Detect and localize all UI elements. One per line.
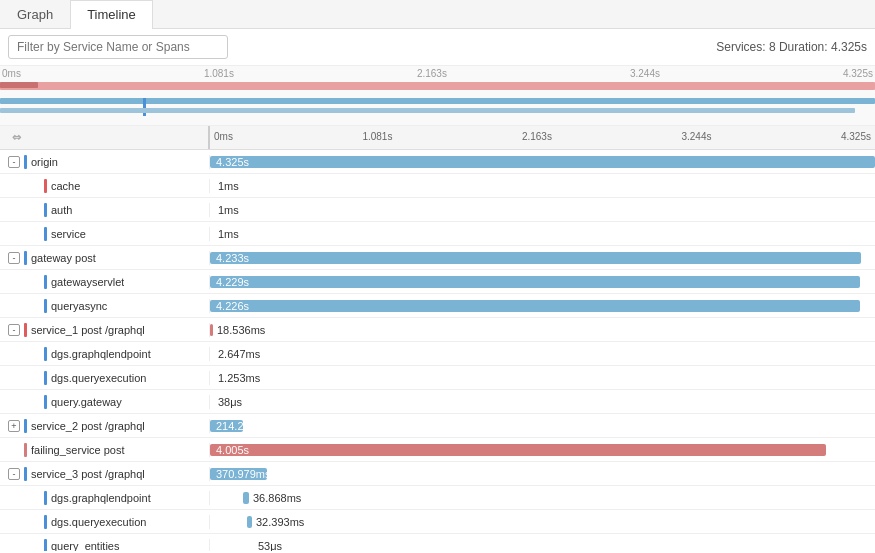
- service-cell: -gateway post: [0, 251, 210, 265]
- table-row: dgs.queryexecution1.253ms: [0, 366, 875, 390]
- svg-rect-4: [0, 82, 38, 88]
- service-cell: dgs.queryexecution: [0, 371, 210, 385]
- timeline-bar: 32.393ms: [247, 516, 252, 528]
- duration-label-inside: 4.325s: [216, 156, 249, 168]
- expand-button[interactable]: -: [8, 156, 20, 168]
- timeline-cell: 214.293ms: [210, 414, 875, 437]
- service-cell: queryasync: [0, 299, 210, 313]
- service-name: query.gateway: [51, 396, 122, 408]
- service-name: queryasync: [51, 300, 107, 312]
- service-name: query_entities: [51, 540, 120, 552]
- table-row: auth1ms: [0, 198, 875, 222]
- service-cell: auth: [0, 203, 210, 217]
- service-cell: query_entities: [0, 539, 210, 552]
- duration-label: 53μs: [258, 540, 282, 552]
- service-name: dgs.queryexecution: [51, 516, 146, 528]
- timeline-cell: 370.979ms: [210, 462, 875, 485]
- duration-label-inside: 370.979ms: [216, 468, 270, 480]
- duration-label-inside: 4.226s: [216, 300, 249, 312]
- table-row: dgs.graphqlendpoint2.647ms: [0, 342, 875, 366]
- table-row: -service_3 post /graphql370.979ms: [0, 462, 875, 486]
- timeline-cell: 2.647ms: [210, 342, 875, 365]
- service-cell: -origin: [0, 155, 210, 169]
- service-cell: service: [0, 227, 210, 241]
- timeline-cell: 18.536ms: [210, 318, 875, 341]
- timeline-cell: 38μs: [210, 390, 875, 413]
- duration-label: 38μs: [218, 396, 242, 408]
- table-row: -service_1 post /graphql18.536ms: [0, 318, 875, 342]
- table-row: gatewayservlet4.229s: [0, 270, 875, 294]
- duration-label-inside: 32.393ms: [256, 516, 304, 528]
- table-row: -origin4.325s: [0, 150, 875, 174]
- timeline-cell: 1.253ms: [210, 366, 875, 389]
- table-row: +service_2 post /graphql214.293ms: [0, 414, 875, 438]
- duration-label-inside: 4.229s: [216, 276, 249, 288]
- service-name: origin: [31, 156, 58, 168]
- service-cell: dgs.graphqlendpoint: [0, 491, 210, 505]
- expand-button[interactable]: -: [8, 252, 20, 264]
- timeline-bar: 18.536ms: [210, 324, 213, 336]
- service-color-indicator: [24, 251, 27, 265]
- service-color-indicator: [44, 371, 47, 385]
- service-color-indicator: [24, 443, 27, 457]
- duration-label-inside: 4.005s: [216, 444, 249, 456]
- timeline-bar: 4.233s: [210, 252, 861, 264]
- service-name: cache: [51, 180, 80, 192]
- timeline-bar: 4.226s: [210, 300, 860, 312]
- table-row: dgs.queryexecution32.393ms: [0, 510, 875, 534]
- summary: Services: 8 Duration: 4.325s: [716, 40, 867, 54]
- timeline-bar: 4.325s: [210, 156, 875, 168]
- service-name: gateway post: [31, 252, 96, 264]
- timeline-cell: 1ms: [210, 222, 875, 245]
- service-color-indicator: [44, 347, 47, 361]
- filter-bar: Services: 8 Duration: 4.325s: [0, 29, 875, 66]
- service-cell: dgs.queryexecution: [0, 515, 210, 529]
- col-service-header: ⇔: [0, 126, 210, 149]
- service-color-indicator: [44, 227, 47, 241]
- duration-label: 1ms: [218, 228, 239, 240]
- duration-label-inside: 214.293ms: [216, 420, 270, 432]
- table-body: -origin4.325scache1msauth1msservice1ms-g…: [0, 150, 875, 551]
- timeline-cell: 32.393ms: [210, 510, 875, 533]
- timeline-bar: 4.005s: [210, 444, 826, 456]
- duration-label-inside: 18.536ms: [217, 324, 265, 336]
- main-table: ⇔ 0ms1.081s2.163s3.244s4.325s -origin4.3…: [0, 126, 875, 551]
- service-name: failing_service post: [31, 444, 125, 456]
- col-timeline-header: 0ms1.081s2.163s3.244s4.325s: [210, 126, 875, 149]
- tab-timeline[interactable]: Timeline: [70, 0, 153, 29]
- table-row: -gateway post4.233s: [0, 246, 875, 270]
- duration-label-inside: 36.868ms: [253, 492, 301, 504]
- timeline-cell: 53μs: [210, 534, 875, 551]
- service-name: service_2 post /graphql: [31, 420, 145, 432]
- expand-button[interactable]: +: [8, 420, 20, 432]
- service-color-indicator: [24, 467, 27, 481]
- service-color-indicator: [44, 395, 47, 409]
- mini-chart-canvas: [0, 80, 875, 126]
- table-row: query_entities53μs: [0, 534, 875, 551]
- service-color-indicator: [24, 323, 27, 337]
- service-cell: cache: [0, 179, 210, 193]
- service-name: dgs.queryexecution: [51, 372, 146, 384]
- timeline-cell: 4.233s: [210, 246, 875, 269]
- table-row: failing_service post4.005s: [0, 438, 875, 462]
- service-cell: gatewayservlet: [0, 275, 210, 289]
- timeline-bar: 214.293ms: [210, 420, 243, 432]
- service-name: dgs.graphqlendpoint: [51, 348, 151, 360]
- expand-button[interactable]: -: [8, 324, 20, 336]
- timeline-cell: 4.229s: [210, 270, 875, 293]
- col-resize-icon[interactable]: ⇔: [12, 131, 21, 143]
- service-color-indicator: [44, 179, 47, 193]
- expand-button[interactable]: -: [8, 468, 20, 480]
- service-cell: +service_2 post /graphql: [0, 419, 210, 433]
- tab-graph[interactable]: Graph: [0, 0, 70, 28]
- service-color-indicator: [24, 419, 27, 433]
- table-row: cache1ms: [0, 174, 875, 198]
- svg-rect-1: [0, 98, 875, 104]
- duration-label: 1.253ms: [218, 372, 260, 384]
- timeline-cell: 1ms: [210, 198, 875, 221]
- tab-bar: Graph Timeline: [0, 0, 875, 29]
- service-name: service_3 post /graphql: [31, 468, 145, 480]
- svg-rect-0: [0, 82, 875, 90]
- filter-input[interactable]: [8, 35, 228, 59]
- svg-rect-3: [0, 108, 855, 113]
